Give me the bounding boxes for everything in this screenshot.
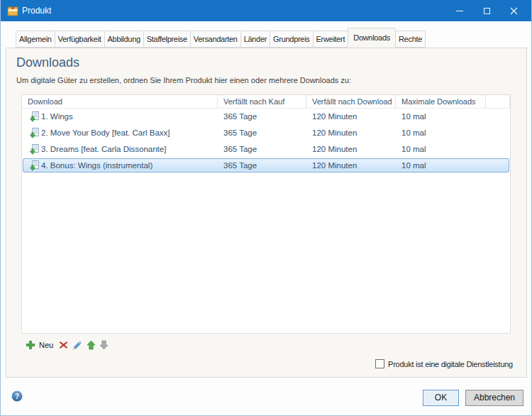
list-rows: 1. Wings 365 Tage 120 Minuten 10 mal 2. … — [22, 109, 510, 174]
tab-staffelpreise[interactable]: Staffelpreise — [143, 31, 191, 48]
close-button[interactable] — [500, 0, 527, 21]
tab-verfgbarkeit[interactable]: Verfügbarkeit — [55, 31, 105, 48]
page-description: Um digitale Güter zu erstellen, ordnen S… — [16, 76, 351, 84]
move-down-icon[interactable] — [99, 340, 109, 350]
product-icon — [7, 5, 18, 16]
window-title: Produkt — [22, 0, 51, 21]
product-dialog: Produkt AllgemeinVerfügbarkeitAbbildungS… — [0, 0, 532, 416]
move-up-icon[interactable] — [87, 340, 96, 350]
titlebar: Produkt — [0, 0, 532, 21]
list-item[interactable]: 1. Wings 365 Tage 120 Minuten 10 mal — [22, 109, 510, 125]
tab-allgemein[interactable]: Allgemein — [16, 31, 55, 48]
digital-service-checkbox-row: Produkt ist eine digitale Dienstleistung — [375, 359, 513, 368]
list-header: Download Verfällt nach Kauf Verfällt nac… — [22, 95, 510, 109]
tab-grundpreis[interactable]: Grundpreis — [270, 31, 313, 48]
tab-downloads[interactable]: Downloads — [348, 28, 396, 48]
tab-versandarten[interactable]: Versandarten — [190, 31, 241, 48]
column-header-filler — [486, 95, 510, 109]
minimize-icon — [456, 11, 463, 11]
maximize-button[interactable] — [473, 0, 500, 21]
tab-abbildung[interactable]: Abbildung — [104, 31, 144, 48]
page-title: Downloads — [16, 55, 79, 70]
download-file-icon — [30, 144, 39, 155]
maximize-icon — [484, 8, 490, 14]
tab-rechte[interactable]: Rechte — [395, 31, 426, 48]
svg-text:?: ? — [15, 393, 19, 400]
column-header-max-downloads[interactable]: Maximale Downloads — [396, 95, 486, 109]
column-header-expires-after-download[interactable]: Verfällt nach Download — [306, 95, 396, 109]
list-item[interactable]: 4. Bonus: Wings (instrumental) 365 Tage … — [22, 158, 510, 174]
add-icon[interactable] — [26, 340, 35, 350]
list-item[interactable]: 3. Dreams [feat. Carla Dissonante] 365 T… — [22, 141, 510, 158]
tab-strip: AllgemeinVerfügbarkeitAbbildungStaffelpr… — [16, 28, 426, 48]
digital-service-label: Produkt ist eine digitale Dienstleistung — [388, 360, 513, 368]
column-header-download[interactable]: Download — [22, 95, 218, 109]
digital-service-checkbox[interactable] — [375, 359, 384, 368]
list-item[interactable]: 2. Move Your Body [feat. Carl Baxx] 365 … — [22, 125, 510, 141]
download-file-icon — [30, 111, 39, 122]
tab-erweitert[interactable]: Erweitert — [313, 31, 349, 48]
downloads-list[interactable]: Download Verfällt nach Kauf Verfällt nac… — [21, 94, 511, 334]
tab-lnder[interactable]: Länder — [240, 31, 270, 48]
edit-icon[interactable] — [72, 340, 82, 350]
close-icon — [510, 7, 518, 15]
list-toolbar: Neu — [26, 339, 109, 351]
download-file-icon — [30, 128, 39, 138]
column-header-expires-after-purchase[interactable]: Verfällt nach Kauf — [218, 95, 306, 109]
new-button[interactable]: Neu — [39, 341, 53, 349]
minimize-button[interactable] — [446, 0, 473, 21]
delete-icon[interactable] — [59, 341, 68, 349]
ok-button[interactable]: OK — [423, 390, 459, 406]
download-file-icon — [30, 160, 39, 171]
help-button[interactable]: ? — [11, 390, 23, 402]
cancel-button[interactable]: Abbrechen — [465, 390, 523, 406]
